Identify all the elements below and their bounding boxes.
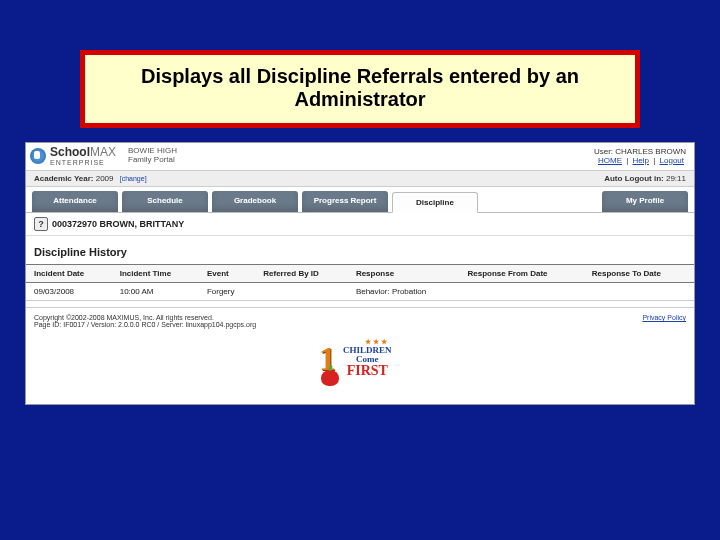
user-area: User: CHARLES BROWN HOME | Help | Logout [594, 147, 686, 165]
col-response-from-date: Response From Date [459, 265, 583, 283]
children-come-first-logo: ★ ★ ★ 1 CHILDREN Come FIRST [315, 336, 405, 392]
user-name: CHARLES BROWN [615, 147, 686, 156]
col-response: Response [348, 265, 460, 283]
logout-link[interactable]: Logout [660, 156, 684, 165]
table-body: 09/03/200810:00 AMForgeryBehavior: Proba… [26, 283, 694, 301]
academic-year-value: 2009 [96, 174, 114, 183]
academic-year-label: Academic Year: [34, 174, 93, 183]
portal-type: Family Portal [128, 156, 177, 165]
student-id-name: 000372970 BROWN, BRITTANY [52, 219, 184, 229]
discipline-table: Incident DateIncident TimeEventReferred … [26, 264, 694, 301]
callout-banner: Displays all Discipline Referrals entere… [80, 50, 640, 128]
col-response-to-date: Response To Date [584, 265, 694, 283]
auto-logout-value: 29:11 [666, 174, 686, 183]
tab-schedule[interactable]: Schedule [122, 191, 208, 212]
table-cell [255, 283, 348, 301]
home-link[interactable]: HOME [598, 156, 622, 165]
tab-gradebook[interactable]: Gradebook [212, 191, 298, 212]
copyright: Copyright ©2002-2008 MAXIMUS, Inc. All r… [34, 314, 256, 321]
table-row: 09/03/200810:00 AMForgeryBehavior: Proba… [26, 283, 694, 301]
apple-icon [321, 370, 339, 386]
help-link[interactable]: Help [633, 156, 649, 165]
student-row: ? 000372970 BROWN, BRITTANY [26, 213, 694, 236]
brand: SchoolMAX ENTERPRISE BOWIE HIGH Family P… [30, 145, 177, 166]
topbar: SchoolMAX ENTERPRISE BOWIE HIGH Family P… [26, 143, 694, 170]
tab-my-profile[interactable]: My Profile [602, 191, 688, 212]
app-window: SchoolMAX ENTERPRISE BOWIE HIGH Family P… [25, 142, 695, 405]
portal-name: BOWIE HIGH Family Portal [128, 147, 177, 165]
col-event: Event [199, 265, 255, 283]
tab-discipline[interactable]: Discipline [392, 192, 478, 213]
brand-name-a: School [50, 145, 90, 159]
brand-name-b: MAX [90, 145, 116, 159]
brand-name: SchoolMAX [50, 145, 116, 159]
privacy-link[interactable]: Privacy Policy [642, 314, 686, 321]
logo-first: FIRST [343, 364, 392, 378]
tabs: AttendanceScheduleGradebookProgress Repo… [26, 187, 694, 213]
table-cell: 09/03/2008 [26, 283, 112, 301]
page-info: Page ID: IF0017 / Version: 2.0.0.0 RC0 /… [34, 321, 256, 328]
yearbar: Academic Year: 2009 [change] Auto Logout… [26, 170, 694, 187]
col-incident-date: Incident Date [26, 265, 112, 283]
table-cell [459, 283, 583, 301]
table-cell: 10:00 AM [112, 283, 199, 301]
col-incident-time: Incident Time [112, 265, 199, 283]
brand-logo-icon [30, 148, 46, 164]
tab-attendance[interactable]: Attendance [32, 191, 118, 212]
auto-logout-label: Auto Logout in: [604, 174, 664, 183]
footer: Copyright ©2002-2008 MAXIMUS, Inc. All r… [26, 307, 694, 332]
table-cell: Forgery [199, 283, 255, 301]
user-label: User: [594, 147, 613, 156]
table-cell [584, 283, 694, 301]
col-referred-by-id: Referred By ID [255, 265, 348, 283]
tab-progress-report[interactable]: Progress Report [302, 191, 388, 212]
table-header-row: Incident DateIncident TimeEventReferred … [26, 265, 694, 283]
footer-logo-area: ★ ★ ★ 1 CHILDREN Come FIRST [26, 332, 694, 404]
section-title: Discipline History [26, 236, 694, 264]
change-year-link[interactable]: [change] [120, 175, 147, 182]
brand-sub: ENTERPRISE [50, 159, 116, 166]
table-cell: Behavior: Probation [348, 283, 460, 301]
help-icon[interactable]: ? [34, 217, 48, 231]
